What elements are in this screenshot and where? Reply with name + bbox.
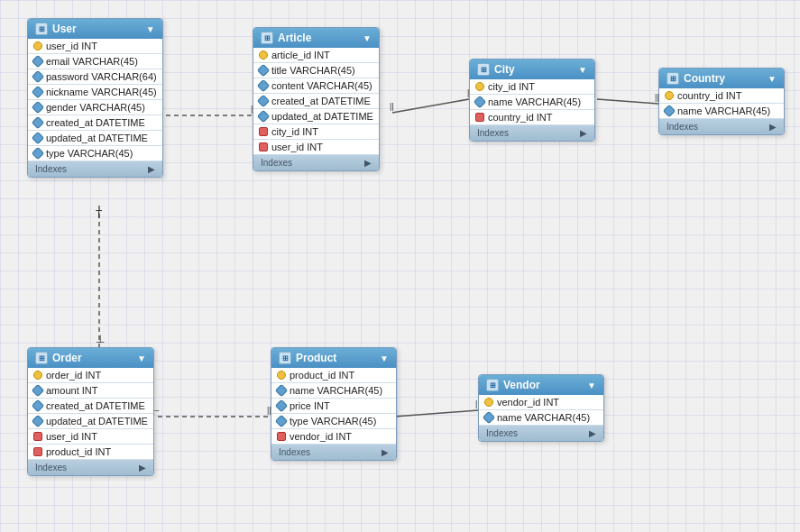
field-icon-diamond (257, 79, 270, 92)
indexes-vendor[interactable]: Indexes▶ (479, 426, 603, 441)
table-title-user: User (52, 23, 77, 35)
field-text-user-7: type VARCHAR(45) (46, 148, 133, 159)
indexes-label-article: Indexes (261, 158, 292, 168)
table-header-user[interactable]: ⊞User▼ (28, 19, 162, 39)
field-icon-diamond (32, 147, 44, 160)
table-header-city[interactable]: ⊞City▼ (470, 60, 594, 79)
table-arrow-article[interactable]: ▼ (363, 33, 372, 43)
field-row-vendor-1: name VARCHAR(45) (479, 410, 603, 426)
table-header-country[interactable]: ⊞Country▼ (659, 69, 784, 88)
field-icon-red (475, 113, 484, 122)
indexes-arrow-vendor[interactable]: ▶ (589, 428, 596, 438)
field-text-user-3: nickname VARCHAR(45) (46, 87, 157, 97)
table-arrow-user[interactable]: ▼ (146, 24, 155, 34)
table-header-vendor[interactable]: ⊞Vendor▼ (479, 375, 603, 395)
field-icon-diamond (257, 95, 270, 107)
field-icon-red (33, 447, 42, 456)
field-text-user-5: created_at DATETIME (46, 117, 145, 128)
field-row-city-0: city_id INT (470, 79, 594, 95)
field-text-country-0: country_id INT (677, 90, 742, 101)
indexes-user[interactable]: Indexes▶ (28, 161, 162, 177)
field-row-user-0: user_id INT (28, 39, 162, 54)
field-text-product-0: product_id INT (290, 370, 354, 381)
field-text-user-0: user_id INT (46, 41, 97, 51)
field-text-vendor-1: name VARCHAR(45) (497, 412, 590, 423)
table-city[interactable]: ⊞City▼city_id INTname VARCHAR(45)country… (469, 59, 595, 142)
field-text-article-0: article_id INT (271, 50, 330, 60)
svg-text:||: || (390, 102, 394, 111)
field-row-user-3: nickname VARCHAR(45) (28, 85, 162, 100)
table-arrow-vendor[interactable]: ▼ (587, 381, 596, 390)
field-text-order-5: product_id INT (46, 446, 111, 457)
field-icon-diamond (32, 55, 44, 68)
field-icon-diamond (32, 70, 44, 83)
table-header-article[interactable]: ⊞Article▼ (253, 28, 379, 48)
field-row-vendor-0: vendor_id INT (479, 395, 603, 410)
field-icon-diamond (32, 116, 44, 129)
table-vendor[interactable]: ⊞Vendor▼vendor_id INTname VARCHAR(45)Ind… (478, 374, 604, 442)
field-row-article-4: updated_at DATETIME (253, 109, 379, 124)
field-icon-diamond (32, 415, 44, 427)
indexes-arrow-product[interactable]: ▶ (382, 447, 389, 457)
indexes-arrow-country[interactable]: ▶ (769, 122, 777, 132)
field-text-order-3: updated_at DATETIME (46, 416, 148, 427)
field-row-order-1: amount INT (28, 383, 153, 399)
table-header-order[interactable]: ⊞Order▼ (28, 348, 153, 368)
indexes-arrow-order[interactable]: ▶ (139, 463, 146, 472)
field-icon-diamond (663, 105, 676, 117)
field-row-order-2: created_at DATETIME (28, 399, 153, 414)
field-icon-diamond (32, 384, 44, 397)
field-icon-diamond (483, 411, 495, 424)
field-text-order-4: user_id INT (46, 431, 97, 442)
field-text-article-5: city_id INT (271, 126, 318, 137)
field-icon-red (33, 432, 42, 441)
field-row-user-4: gender VARCHAR(45) (28, 100, 162, 115)
table-order[interactable]: ⊞Order▼order_id INTamount INTcreated_at … (27, 347, 154, 476)
table-arrow-order[interactable]: ▼ (137, 353, 146, 363)
indexes-article[interactable]: Indexes▶ (253, 155, 379, 170)
field-text-order-0: order_id INT (46, 370, 101, 381)
field-icon-diamond (32, 399, 44, 412)
indexes-country[interactable]: Indexes▶ (659, 119, 784, 134)
field-text-city-1: name VARCHAR(45) (488, 96, 581, 107)
field-icon-diamond (257, 110, 270, 123)
field-row-product-0: product_id INT (271, 368, 396, 383)
field-row-user-6: updated_at DATETIME (28, 131, 162, 146)
field-text-user-6: updated_at DATETIME (46, 133, 148, 143)
field-text-vendor-0: vendor_id INT (497, 397, 559, 408)
indexes-label-user: Indexes (35, 164, 67, 174)
indexes-order[interactable]: Indexes▶ (28, 460, 153, 475)
table-arrow-city[interactable]: ▼ (578, 65, 587, 75)
field-text-product-4: vendor_id INT (290, 431, 352, 442)
indexes-arrow-user[interactable]: ▶ (148, 164, 155, 174)
table-db-icon-product: ⊞ (279, 352, 291, 364)
table-db-icon-article: ⊞ (261, 32, 273, 44)
table-country[interactable]: ⊞Country▼country_id INTname VARCHAR(45)I… (658, 68, 785, 135)
indexes-city[interactable]: Indexes▶ (470, 125, 594, 141)
field-row-city-2: country_id INT (470, 110, 594, 125)
table-title-vendor: Vendor (503, 379, 540, 391)
field-icon-key (484, 398, 493, 407)
table-db-icon-country: ⊞ (667, 72, 679, 85)
field-text-order-2: created_at DATETIME (46, 400, 145, 411)
indexes-arrow-city[interactable]: ▶ (580, 128, 587, 138)
svg-text:⊥: ⊥ (96, 333, 105, 345)
field-icon-diamond (275, 399, 288, 412)
table-title-country: Country (684, 72, 725, 85)
table-arrow-product[interactable]: ▼ (380, 353, 389, 363)
table-db-icon-vendor: ⊞ (486, 379, 499, 391)
table-product[interactable]: ⊞Product▼product_id INTname VARCHAR(45)p… (271, 347, 397, 461)
table-title-article: Article (278, 32, 311, 44)
table-article[interactable]: ⊞Article▼article_id INTtitle VARCHAR(45)… (253, 27, 380, 171)
field-row-article-6: user_id INT (253, 140, 379, 155)
table-user[interactable]: ⊞User▼user_id INTemail VARCHAR(45)passwo… (27, 18, 163, 178)
indexes-label-vendor: Indexes (486, 428, 518, 438)
field-row-user-2: password VARCHAR(64) (28, 69, 162, 85)
indexes-product[interactable]: Indexes▶ (271, 445, 396, 460)
field-row-article-0: article_id INT (253, 48, 379, 63)
indexes-arrow-article[interactable]: ▶ (364, 158, 372, 168)
table-header-product[interactable]: ⊞Product▼ (271, 348, 396, 368)
field-icon-diamond (275, 415, 288, 427)
field-row-user-7: type VARCHAR(45) (28, 146, 162, 161)
table-arrow-country[interactable]: ▼ (768, 74, 777, 84)
